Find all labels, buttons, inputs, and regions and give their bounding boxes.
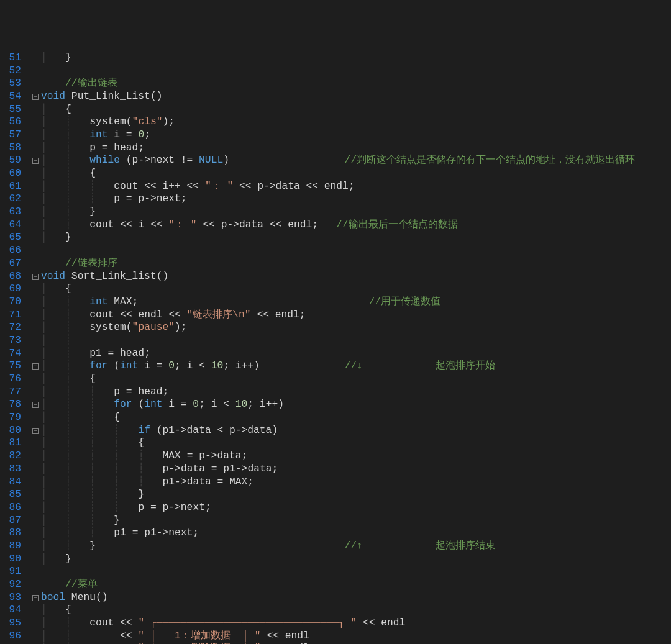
fold-marker[interactable]: − bbox=[30, 90, 41, 103]
fold-marker bbox=[30, 411, 41, 424]
line-number: 62 bbox=[0, 193, 21, 206]
code-editor[interactable]: 5152535455565758596061626364656667686970… bbox=[0, 52, 671, 644]
code-line[interactable]: │ { bbox=[41, 283, 671, 296]
fold-column[interactable]: − − − − − − − bbox=[30, 52, 41, 644]
fold-marker bbox=[30, 77, 41, 90]
line-number: 73 bbox=[0, 334, 21, 347]
fold-marker bbox=[30, 514, 41, 527]
code-line[interactable]: │ ┊ system("pause"); bbox=[41, 321, 671, 334]
code-line[interactable]: │ ┊ ┊ p = p->next; bbox=[41, 193, 671, 206]
fold-marker bbox=[30, 257, 41, 270]
fold-marker bbox=[30, 167, 41, 180]
code-line[interactable]: │ { bbox=[41, 604, 671, 617]
fold-marker bbox=[30, 527, 41, 540]
code-line[interactable] bbox=[41, 65, 671, 78]
line-number: 96 bbox=[0, 630, 21, 643]
code-line[interactable]: │ ┊ bbox=[41, 334, 671, 347]
line-number-gutter: 5152535455565758596061626364656667686970… bbox=[0, 52, 30, 644]
fold-marker bbox=[30, 617, 41, 630]
code-line[interactable]: │ ┊ for (int i = 0; i < 10; i++) //↓ 起泡排… bbox=[41, 360, 671, 373]
line-number: 88 bbox=[0, 527, 21, 540]
code-line[interactable] bbox=[41, 244, 671, 257]
line-number: 76 bbox=[0, 373, 21, 386]
line-number: 67 bbox=[0, 257, 21, 270]
line-number: 90 bbox=[0, 553, 21, 566]
line-number: 61 bbox=[0, 180, 21, 193]
fold-marker bbox=[30, 244, 41, 257]
fold-marker bbox=[30, 450, 41, 463]
fold-marker bbox=[30, 463, 41, 476]
code-line[interactable]: │ ┊ << " │ 1：增加数据 │ " << endl bbox=[41, 630, 671, 643]
code-line[interactable]: //输出链表 bbox=[41, 77, 671, 90]
line-number: 69 bbox=[0, 283, 21, 296]
code-line[interactable]: bool Menu() bbox=[41, 591, 671, 604]
fold-marker[interactable]: − bbox=[30, 424, 41, 437]
code-line[interactable]: │ ┊ ┊ ┊ ┊ MAX = p->data; bbox=[41, 450, 671, 463]
fold-marker bbox=[30, 630, 41, 643]
code-line[interactable]: │ ┊ ┊ ┊ ┊ p->data = p1->data; bbox=[41, 463, 671, 476]
code-line[interactable]: │ ┊ int i = 0; bbox=[41, 129, 671, 142]
line-number: 58 bbox=[0, 142, 21, 155]
fold-marker bbox=[30, 206, 41, 219]
code-line[interactable]: │ ┊ ┊ cout << i++ << "： " << p->data << … bbox=[41, 180, 671, 193]
line-number: 55 bbox=[0, 103, 21, 116]
code-line[interactable]: │ ┊ ┊ } bbox=[41, 514, 671, 527]
code-line[interactable]: │ } bbox=[41, 231, 671, 244]
fold-marker[interactable]: − bbox=[30, 591, 41, 604]
fold-marker[interactable]: − bbox=[30, 398, 41, 411]
code-line[interactable]: │ ┊ cout << i << "： " << p->data << endl… bbox=[41, 219, 671, 232]
line-number: 94 bbox=[0, 604, 21, 617]
code-line[interactable]: │ ┊ cout << " ┌─────────────────────────… bbox=[41, 617, 671, 630]
fold-marker[interactable]: − bbox=[30, 154, 41, 167]
line-number: 92 bbox=[0, 578, 21, 591]
line-number: 53 bbox=[0, 77, 21, 90]
line-number: 51 bbox=[0, 52, 21, 65]
code-line[interactable]: //链表排序 bbox=[41, 257, 671, 270]
code-line[interactable]: │ ┊ p1 = head; bbox=[41, 347, 671, 360]
code-line[interactable]: │ ┊ ┊ ┊ p = p->next; bbox=[41, 501, 671, 514]
code-line[interactable]: │ ┊ ┊ ┊ if (p1->data < p->data) bbox=[41, 424, 671, 437]
line-number: 87 bbox=[0, 514, 21, 527]
code-line[interactable]: │ ┊ { bbox=[41, 167, 671, 180]
code-line[interactable]: //菜单 bbox=[41, 578, 671, 591]
line-number: 78 bbox=[0, 398, 21, 411]
code-line[interactable]: │ ┊ p = head; bbox=[41, 142, 671, 155]
code-line[interactable]: │ ┊ system("cls"); bbox=[41, 116, 671, 129]
code-line[interactable]: │ ┊ cout << endl << "链表排序\n" << endl; bbox=[41, 309, 671, 322]
line-number: 52 bbox=[0, 65, 21, 78]
code-area[interactable]: │ } //输出链表void Put_Link_List()│ {│ ┊ sys… bbox=[41, 52, 671, 644]
code-line[interactable]: │ ┊ while (p->next != NULL) //判断这个结点是否储存… bbox=[41, 154, 671, 167]
fold-marker bbox=[30, 283, 41, 296]
code-line[interactable]: │ ┊ } //↑ 起泡排序结束 bbox=[41, 540, 671, 553]
code-line[interactable]: │ } bbox=[41, 553, 671, 566]
line-number: 82 bbox=[0, 450, 21, 463]
code-line[interactable]: │ ┊ ┊ { bbox=[41, 411, 671, 424]
code-line[interactable]: void Sort_Link_list() bbox=[41, 270, 671, 283]
line-number: 84 bbox=[0, 476, 21, 489]
code-line[interactable]: │ ┊ ┊ ┊ } bbox=[41, 488, 671, 501]
line-number: 86 bbox=[0, 501, 21, 514]
line-number: 79 bbox=[0, 411, 21, 424]
code-line[interactable] bbox=[41, 565, 671, 578]
code-line[interactable]: │ ┊ { bbox=[41, 373, 671, 386]
code-line[interactable]: │ ┊ ┊ ┊ ┊ p1->data = MAX; bbox=[41, 476, 671, 489]
code-line[interactable]: │ ┊ int MAX; //用于传递数值 bbox=[41, 296, 671, 309]
code-line[interactable]: │ ┊ ┊ p1 = p1->next; bbox=[41, 527, 671, 540]
line-number: 60 bbox=[0, 167, 21, 180]
code-line[interactable]: │ ┊ ┊ ┊ { bbox=[41, 437, 671, 450]
code-line[interactable]: │ ┊ } bbox=[41, 206, 671, 219]
fold-marker[interactable]: − bbox=[30, 360, 41, 373]
line-number: 91 bbox=[0, 565, 21, 578]
code-line[interactable]: void Put_Link_List() bbox=[41, 90, 671, 103]
code-line[interactable]: │ { bbox=[41, 103, 671, 116]
line-number: 95 bbox=[0, 617, 21, 630]
code-line[interactable]: │ } bbox=[41, 52, 671, 65]
code-line[interactable]: │ ┊ ┊ p = head; bbox=[41, 386, 671, 399]
fold-marker bbox=[30, 231, 41, 244]
fold-marker bbox=[30, 129, 41, 142]
fold-marker[interactable]: − bbox=[30, 270, 41, 283]
fold-marker bbox=[30, 386, 41, 399]
fold-marker bbox=[30, 553, 41, 566]
code-line[interactable]: │ ┊ ┊ for (int i = 0; i < 10; i++) bbox=[41, 398, 671, 411]
line-number: 80 bbox=[0, 424, 21, 437]
